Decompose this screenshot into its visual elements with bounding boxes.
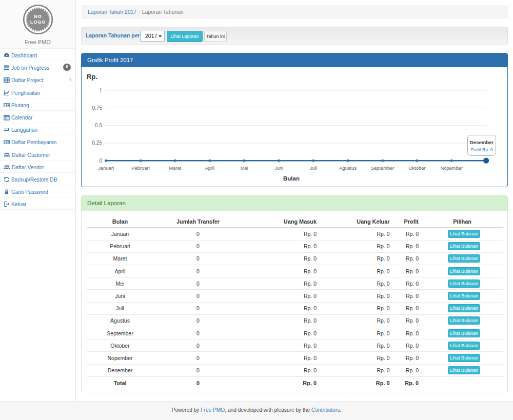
svg-text:April: April [205, 165, 214, 171]
svg-text:Maret: Maret [169, 165, 182, 171]
svg-text:Juni: Juni [274, 165, 283, 171]
svg-text:Rp.: Rp. [87, 73, 97, 81]
svg-text:NO: NO [34, 14, 42, 19]
svg-text:Bulan: Bulan [283, 175, 300, 182]
svg-text:Profit Rp: 0: Profit Rp: 0 [471, 147, 493, 152]
svg-text:Januari: Januari [98, 165, 114, 171]
svg-text:Nopember: Nopember [440, 165, 463, 171]
svg-text:Mei: Mei [241, 165, 248, 171]
svg-text:0.25: 0.25 [92, 140, 103, 146]
svg-text:0.5: 0.5 [95, 123, 102, 128]
svg-text:Juli: Juli [310, 165, 317, 171]
svg-text:Pebruari: Pebruari [131, 165, 149, 171]
svg-text:0.75: 0.75 [92, 105, 103, 111]
svg-text:1: 1 [99, 88, 102, 93]
svg-text:Oktober: Oktober [408, 165, 425, 171]
svg-text:September: September [371, 165, 394, 171]
svg-text:Desember: Desember [470, 139, 494, 145]
svg-text:Agustus: Agustus [339, 165, 357, 171]
svg-text:LOGO: LOGO [30, 19, 46, 25]
svg-text:0: 0 [99, 158, 102, 164]
